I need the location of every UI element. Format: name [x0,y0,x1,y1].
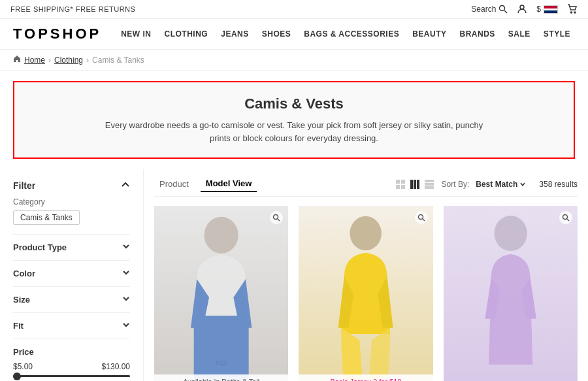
price-slider-track[interactable] [13,375,130,377]
svg-point-4 [574,12,576,13]
sort-selector[interactable]: Best Match [476,180,526,189]
svg-point-3 [571,12,572,13]
tab-product[interactable]: Product [154,176,194,191]
size-label: Size [13,295,30,305]
main-content: Filter Category Camis & Tanks Product Ty… [0,169,588,381]
svg-rect-8 [401,185,405,189]
price-slider-thumb-min[interactable] [13,373,21,380]
svg-point-18 [274,215,278,220]
svg-point-24 [563,215,567,220]
product-zoom-3[interactable] [559,211,572,224]
svg-rect-6 [401,180,405,184]
filter-fit[interactable]: Fit [13,312,130,339]
filter-size[interactable]: Size [13,286,130,312]
svg-rect-12 [425,180,434,182]
svg-rect-16 [194,316,249,381]
search-action[interactable]: Search [471,5,508,14]
breadcrumb: Home › Clothing › Camis & Tanks [0,50,588,71]
shipping-message: FREE SHIPPING* FREE RETURNS [10,5,135,13]
color-label: Color [13,269,35,278]
svg-point-20 [350,216,382,250]
hero-banner: Camis & Vests Every wardrobe needs a go-… [13,81,575,159]
breadcrumb-clothing[interactable]: Clothing [54,56,83,65]
price-max: $130.00 [102,362,130,371]
nav-jeans[interactable]: JEANS [221,29,249,39]
search-icon [498,5,508,14]
flag-icon [544,5,558,14]
svg-rect-9 [410,180,413,189]
cart-icon[interactable] [567,4,578,14]
sidebar: Filter Category Camis & Tanks Product Ty… [0,169,144,381]
nav-style[interactable]: STYLE [544,29,570,39]
svg-point-15 [204,217,238,254]
nav-brands[interactable]: BRANDS [460,29,495,39]
svg-point-2 [520,5,524,9]
filter-header: Filter [13,180,130,191]
product-card-1[interactable]: legs Available in Petite & Tall Broderie… [154,206,288,381]
category-filter-label: Category [13,197,130,207]
size-chevron [122,295,130,305]
grid-4-icon[interactable] [395,178,406,190]
nav-bags[interactable]: BAGS & ACCESSORIES [304,29,399,39]
grid-list-icon[interactable] [423,178,435,190]
svg-point-21 [418,215,423,220]
header: TOPSHOP NEW IN CLOTHING JEANS SHOES BAGS… [0,19,588,50]
svg-point-0 [500,6,505,11]
sort-current-value: Best Match [476,180,517,189]
product-grid: legs Available in Petite & Tall Broderie… [154,206,578,381]
breadcrumb-sep2: › [86,56,89,65]
svg-text:legs: legs [216,359,227,366]
tab-model-view[interactable]: Model View [201,176,257,192]
nav-new-in[interactable]: NEW IN [121,29,151,39]
filter-product-type[interactable]: Product Type [13,234,130,260]
nav-shoes[interactable]: SHOES [262,29,291,39]
top-bar-actions: Search $ [471,4,578,14]
logo[interactable]: TOPSHOP [13,25,101,42]
breadcrumb-home[interactable]: Home [24,56,45,65]
currency-flag[interactable]: $ [536,5,558,14]
price-label: Price [13,347,130,357]
breadcrumb-current: Camis & Tanks [92,56,144,65]
user-icon[interactable] [517,4,527,14]
results-count: 358 results [539,180,578,189]
color-chevron [122,269,130,278]
filter-price: Price $5.00 $130.00 [13,339,130,381]
nav-sale[interactable]: SALE [508,29,531,39]
active-category-tag[interactable]: Camis & Tanks [13,210,80,225]
filter-toggle-icon[interactable] [121,180,130,191]
filter-label: Filter [13,180,35,191]
svg-line-1 [504,10,507,13]
nav-clothing[interactable]: CLOTHING [165,29,208,39]
search-label: Search [471,5,496,14]
hero-description: Every wardrobe needs a go-to camisole or… [105,119,483,144]
svg-point-23 [494,216,527,251]
hero-title: Camis & Vests [34,95,554,112]
home-icon [13,55,21,65]
nav-beauty[interactable]: BEAUTY [412,29,446,39]
svg-line-25 [567,219,569,221]
price-slider-fill [13,375,130,377]
product-image-2: Basic Jersey 2 for $18 [299,206,433,381]
filter-color[interactable]: Color [13,260,130,286]
fit-label: Fit [13,321,24,331]
grid-view-icons [395,178,435,190]
product-badge-1: Available in Petite & Tall [154,374,288,381]
svg-rect-14 [425,186,434,189]
product-area: Product Model View Sort By: Best Match 3… [144,169,588,381]
product-type-label: Product Type [13,242,67,252]
product-toolbar: Product Model View Sort By: Best Match 3… [154,176,578,197]
svg-line-22 [423,219,425,221]
product-card-3[interactable]: **Tie Shoulder Tank Top by Boutique $58.… [444,206,578,381]
breadcrumb-sep1: › [48,56,51,65]
product-badge-2: Basic Jersey 2 for $18 [299,374,433,381]
svg-rect-10 [414,180,416,189]
product-zoom-2[interactable] [415,211,428,224]
grid-3-icon[interactable] [409,178,421,190]
fit-chevron [122,321,130,331]
svg-rect-13 [425,183,434,186]
svg-rect-11 [417,180,419,189]
product-type-chevron [122,242,130,252]
product-card-2[interactable]: Basic Jersey 2 for $18 PETITE Strappy Sc… [299,206,433,381]
product-image-3 [444,206,578,381]
product-image-1: legs Available in Petite & Tall [154,206,288,381]
